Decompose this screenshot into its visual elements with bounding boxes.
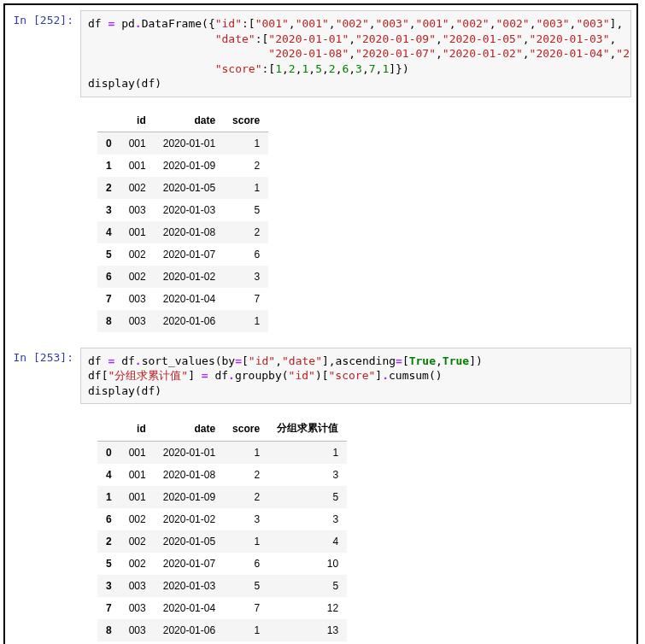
table-cell: 2020-01-05 <box>155 530 224 553</box>
notebook-frame: In [252]:df = pd.DataFrame({"id":["001",… <box>3 3 638 644</box>
row-index: 7 <box>97 597 120 619</box>
table-cell: 001 <box>120 221 155 243</box>
table-cell: 2020-01-03 <box>155 575 224 597</box>
table-cell: 001 <box>120 464 155 486</box>
row-index: 3 <box>97 199 120 221</box>
table-cell: 1 <box>224 619 268 641</box>
row-index: 2 <box>97 177 120 199</box>
table-cell: 1 <box>268 442 347 465</box>
row-index: 2 <box>97 530 120 553</box>
column-header: id <box>120 416 155 442</box>
table-cell: 12 <box>268 597 347 619</box>
row-index: 6 <box>97 508 120 530</box>
table-cell: 2020-01-01 <box>155 442 224 465</box>
table-row: 00012020-01-0111 <box>97 442 347 465</box>
table-cell: 1 <box>224 442 268 465</box>
table-cell: 6 <box>224 553 268 575</box>
row-index: 0 <box>97 442 120 465</box>
code-cell: In [252]:df = pd.DataFrame({"id":["001",… <box>10 10 631 97</box>
table-cell: 6 <box>224 243 268 266</box>
table-cell: 2020-01-09 <box>155 486 224 508</box>
row-index: 5 <box>97 243 120 266</box>
table-cell: 001 <box>120 132 155 155</box>
table-cell: 002 <box>120 553 155 575</box>
table-row: 20022020-01-051 <box>97 177 268 199</box>
column-header: date <box>155 109 224 132</box>
table-cell: 2020-01-06 <box>155 310 224 332</box>
input-prompt: In [252]: <box>10 10 80 26</box>
table-cell: 3 <box>224 508 268 530</box>
dataframe-table: iddatescore分组求累计值00012020-01-01114001202… <box>97 416 347 641</box>
table-cell: 5 <box>268 486 347 508</box>
input-prompt: In [253]: <box>10 348 80 364</box>
table-cell: 10 <box>268 553 347 575</box>
table-cell: 2 <box>224 221 268 243</box>
table-cell: 1 <box>224 177 268 199</box>
table-cell: 003 <box>120 619 155 641</box>
code-input[interactable]: df = df.sort_values(by=["id","date"],asc… <box>80 348 631 405</box>
table-row: 50022020-01-076 <box>97 243 268 266</box>
dataframe-table: iddatescore00012020-01-01110012020-01-09… <box>97 109 268 332</box>
output-area: iddatescore00012020-01-01110012020-01-09… <box>80 101 631 348</box>
column-header: date <box>155 416 224 442</box>
table-cell: 2020-01-02 <box>155 508 224 530</box>
table-cell: 3 <box>268 464 347 486</box>
table-cell: 001 <box>120 155 155 177</box>
table-row: 00012020-01-011 <box>97 132 268 155</box>
code-cell: In [253]:df = df.sort_values(by=["id","d… <box>10 348 631 405</box>
table-cell: 002 <box>120 177 155 199</box>
row-index: 1 <box>97 155 120 177</box>
table-cell: 2020-01-09 <box>155 155 224 177</box>
row-index: 3 <box>97 575 120 597</box>
table-cell: 1 <box>224 530 268 553</box>
row-index: 8 <box>97 619 120 641</box>
table-cell: 1 <box>224 310 268 332</box>
table-cell: 2020-01-02 <box>155 266 224 288</box>
column-header: 分组求累计值 <box>268 416 347 442</box>
table-cell: 2020-01-05 <box>155 177 224 199</box>
table-row: 10012020-01-0925 <box>97 486 347 508</box>
table-row: 70032020-01-04712 <box>97 597 347 619</box>
table-cell: 2 <box>224 486 268 508</box>
output-area: iddatescore分组求累计值00012020-01-01114001202… <box>80 407 631 644</box>
table-cell: 002 <box>120 243 155 266</box>
column-header: score <box>224 416 268 442</box>
table-row: 80032020-01-06113 <box>97 619 347 641</box>
row-index: 6 <box>97 266 120 288</box>
table-cell: 2 <box>224 464 268 486</box>
column-header <box>97 416 120 442</box>
table-cell: 7 <box>224 597 268 619</box>
table-row: 20022020-01-0514 <box>97 530 347 553</box>
table-cell: 2020-01-07 <box>155 553 224 575</box>
table-row: 30032020-01-035 <box>97 199 268 221</box>
table-cell: 13 <box>268 619 347 641</box>
row-index: 0 <box>97 132 120 155</box>
table-row: 50022020-01-07610 <box>97 553 347 575</box>
table-cell: 2020-01-06 <box>155 619 224 641</box>
table-cell: 002 <box>120 530 155 553</box>
table-cell: 5 <box>268 575 347 597</box>
row-index: 5 <box>97 553 120 575</box>
table-cell: 2020-01-08 <box>155 221 224 243</box>
column-header: score <box>224 109 268 132</box>
row-index: 8 <box>97 310 120 332</box>
column-header: id <box>120 109 155 132</box>
table-cell: 2020-01-04 <box>155 288 224 310</box>
row-index: 1 <box>97 486 120 508</box>
table-row: 40012020-01-082 <box>97 221 268 243</box>
table-row: 40012020-01-0823 <box>97 464 347 486</box>
table-cell: 003 <box>120 199 155 221</box>
table-cell: 2 <box>224 155 268 177</box>
row-index: 4 <box>97 221 120 243</box>
table-cell: 4 <box>268 530 347 553</box>
table-row: 60022020-01-0233 <box>97 508 347 530</box>
table-cell: 2020-01-08 <box>155 464 224 486</box>
table-cell: 003 <box>120 310 155 332</box>
table-cell: 003 <box>120 597 155 619</box>
row-index: 7 <box>97 288 120 310</box>
table-row: 80032020-01-061 <box>97 310 268 332</box>
table-cell: 2020-01-04 <box>155 597 224 619</box>
table-cell: 001 <box>120 442 155 465</box>
code-input[interactable]: df = pd.DataFrame({"id":["001","001","00… <box>80 10 631 97</box>
table-cell: 5 <box>224 575 268 597</box>
